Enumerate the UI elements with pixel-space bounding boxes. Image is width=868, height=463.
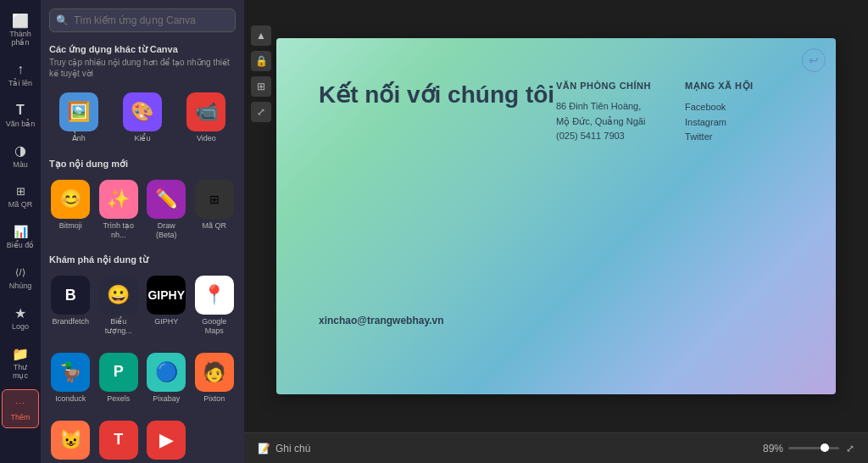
explore2-apps-grid: 🦆 Iconduck P Pexels 🔵 Pixabay 🧑 Pixton xyxy=(41,344,244,412)
bottom-left-section: 📝 Ghi chú xyxy=(258,443,310,455)
office-col: VĂN PHÒNG CHÍNH 86 Đinh Tiên Hoàng, Mộ Đ… xyxy=(556,81,651,145)
bottom-right-section: 89% ⤢ xyxy=(763,443,854,455)
sidebar-item-mau[interactable]: ◑ Màu xyxy=(2,137,39,175)
app-video[interactable]: 📹 Video xyxy=(177,89,236,147)
canvas-right-col: VĂN PHÒNG CHÍNH 86 Đinh Tiên Hoàng, Mộ Đ… xyxy=(556,81,793,145)
sidebar-item-them[interactable]: ··· Thêm xyxy=(2,389,39,428)
app-giphy[interactable]: GIPHY GIPHY xyxy=(145,272,188,339)
iconduck-icon: 🦆 xyxy=(51,353,90,392)
explore3-apps-grid: 😺 Stipop T TINT ▶ YouTube xyxy=(41,412,244,463)
sidebar-item-thanh-phan[interactable]: ⬜ Thành phần xyxy=(2,7,39,53)
kieu-icon: 🎨 xyxy=(123,92,162,131)
app-pixabay[interactable]: 🔵 Pixabay xyxy=(145,349,188,407)
main-area: ▲ 🔒 ⊞ ⤢ ↩ Kết nối với chúng tôi VĂN PHÒN… xyxy=(244,0,868,463)
app-brandfetch[interactable]: B Brandfetch xyxy=(49,272,92,339)
zoom-slider[interactable] xyxy=(788,447,839,449)
app-ma-qr[interactable]: ⊞ Mã QR xyxy=(193,176,236,243)
note-label[interactable]: Ghi chú xyxy=(275,443,310,455)
components-icon: ⬜ xyxy=(12,12,29,29)
pixabay-icon: 🔵 xyxy=(147,353,186,392)
app-bieu-tuong[interactable]: 😀 Biểu tượng... xyxy=(97,272,141,339)
basic-apps-grid: 🖼️ Ảnh 🎨 Kiểu 📹 Video xyxy=(41,84,244,152)
canvas-card: ↩ Kết nối với chúng tôi VĂN PHÒNG CHÍNH … xyxy=(276,38,836,394)
crop-btn[interactable]: ⊞ xyxy=(251,76,271,97)
app-stipop[interactable]: 😺 Stipop xyxy=(49,417,92,463)
logo-icon: ★ xyxy=(12,304,29,321)
social-col: MẠNG XÃ HỘI Facebook Instagram Twitter xyxy=(685,81,754,145)
sidebar-icons: ⬜ Thành phần ↑ Tải lên T Văn bản ◑ Màu ⊞… xyxy=(0,0,41,463)
sidebar-item-tai-len[interactable]: ↑ Tải lên xyxy=(2,56,39,93)
social-title: MẠNG XÃ HỘI xyxy=(685,81,754,92)
embed-icon: ⟨/⟩ xyxy=(12,264,29,281)
canvas-side-toolbar: ▲ 🔒 ⊞ ⤢ xyxy=(251,25,271,122)
app-tint[interactable]: T TINT xyxy=(97,417,141,463)
chart-icon: 📊 xyxy=(12,223,29,240)
explore-apps-grid: B Brandfetch 😀 Biểu tượng... GIPHY GIPHY… xyxy=(41,267,244,344)
canvas-wrap: ▲ 🔒 ⊞ ⤢ ↩ Kết nối với chúng tôi VĂN PHÒN… xyxy=(244,0,868,432)
draw-icon: ✏️ xyxy=(147,180,186,219)
expand-icon[interactable]: ⤢ xyxy=(846,443,854,455)
search-bar: 🔍 xyxy=(41,0,244,37)
google-maps-icon: 📍 xyxy=(195,276,234,315)
apps-panel: 🔍 Các ứng dụng khác từ Canva Truy cập nh… xyxy=(41,0,244,463)
video-icon: 📹 xyxy=(186,92,225,131)
explore-title: Khám phá nội dung từ xyxy=(41,248,244,267)
anh-icon: 🖼️ xyxy=(59,92,98,131)
app-iconduck[interactable]: 🦆 Iconduck xyxy=(49,349,92,407)
app-google-maps[interactable]: 📍 Google Maps xyxy=(193,272,236,339)
canvas-corner-icon[interactable]: ↩ xyxy=(802,48,826,72)
zoom-slider-thumb xyxy=(821,443,829,452)
note-icon: 📝 xyxy=(258,443,270,455)
app-pixton[interactable]: 🧑 Pixton xyxy=(193,349,236,407)
more-icon: ··· xyxy=(12,395,29,412)
canvas-content: Kết nối với chúng tôi VĂN PHÒNG CHÍNH 86… xyxy=(319,81,793,145)
canvas-email: xinchao@trangwebhay.vn xyxy=(319,315,444,326)
sidebar-item-ma-qr[interactable]: ⊞ Mã QR xyxy=(2,177,39,215)
app-pexels[interactable]: P Pexels xyxy=(97,349,141,407)
sidebar-item-thu-muc[interactable]: 📁 Thư mục xyxy=(2,340,39,386)
youtube-icon: ▶ xyxy=(147,421,186,460)
app-anh[interactable]: 🖼️ Ảnh xyxy=(49,89,108,147)
trinh-tao-icon: ✨ xyxy=(99,180,138,219)
upload-icon: ↑ xyxy=(12,61,29,78)
other-apps-sub: Truy cập nhiều nội dung hơn để tạo những… xyxy=(41,57,244,84)
sidebar-item-nhung[interactable]: ⟨/⟩ Nhúng xyxy=(2,259,39,296)
text-icon: T xyxy=(12,102,29,119)
stipop-icon: 😺 xyxy=(51,421,90,460)
app-bitmoji[interactable]: 😊 Bitmoji xyxy=(49,176,92,243)
app-draw[interactable]: ✏️ Draw (Beta) xyxy=(145,176,188,243)
office-address: 86 Đinh Tiên Hoàng, Mộ Đức, Quảng Ngãi (… xyxy=(556,99,651,144)
scroll-up-btn[interactable]: ▲ xyxy=(251,25,271,46)
social-links: Facebook Instagram Twitter xyxy=(685,100,754,145)
tint-icon: T xyxy=(99,421,138,460)
brandfetch-icon: B xyxy=(51,276,90,315)
bieu-tuong-icon: 😀 xyxy=(99,276,138,315)
zoom-level: 89% xyxy=(763,443,783,455)
pixton-icon: 🧑 xyxy=(195,353,234,392)
app-trinh-tao[interactable]: ✨ Trình tạo nh... xyxy=(97,176,141,243)
bitmoji-icon: 😊 xyxy=(51,180,90,219)
bottom-bar: 📝 Ghi chú 89% ⤢ xyxy=(244,432,868,463)
folder-icon: 📁 xyxy=(12,345,29,362)
sidebar-item-van-ban[interactable]: T Văn bản xyxy=(2,97,39,134)
create-apps-grid: 😊 Bitmoji ✨ Trình tạo nh... ✏️ Draw (Bet… xyxy=(41,171,244,248)
create-new-title: Tạo nội dung mới xyxy=(41,152,244,171)
giphy-icon: GIPHY xyxy=(147,276,186,315)
canvas-left-col: Kết nối với chúng tôi xyxy=(319,81,556,145)
ma-qr-icon: ⊞ xyxy=(195,180,234,219)
pexels-icon: P xyxy=(99,353,138,392)
sidebar-item-logo[interactable]: ★ Logo xyxy=(2,299,39,337)
qr-icon: ⊞ xyxy=(12,182,29,199)
office-title: VĂN PHÒNG CHÍNH xyxy=(556,81,651,91)
canvas-heading: Kết nối với chúng tôi xyxy=(319,81,556,109)
color-icon: ◑ xyxy=(12,142,29,159)
other-apps-title: Các ứng dụng khác từ Canva xyxy=(41,37,244,57)
app-kieu[interactable]: 🎨 Kiểu xyxy=(113,89,171,147)
search-input[interactable] xyxy=(49,8,236,32)
lock-btn[interactable]: 🔒 xyxy=(251,51,271,71)
sidebar-item-bieu-do[interactable]: 📊 Biểu đồ xyxy=(2,218,39,255)
move-btn[interactable]: ⤢ xyxy=(251,102,271,122)
zoom-controls: 89% xyxy=(763,443,839,455)
search-icon: 🔍 xyxy=(56,14,69,26)
app-youtube[interactable]: ▶ YouTube xyxy=(145,417,188,463)
